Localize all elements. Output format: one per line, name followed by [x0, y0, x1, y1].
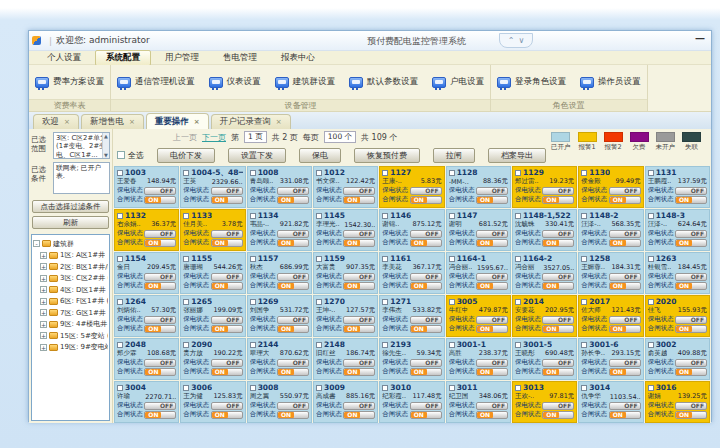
meter-card[interactable]: 1129 郑过雷.. 19.23元 保电状态 OFF 合闸状态 ON: [512, 166, 577, 208]
switch-toggle-on[interactable]: ON: [211, 239, 243, 247]
keep-power-toggle-off[interactable]: OFF: [211, 402, 243, 410]
meter-card[interactable]: 1270 王坤-.. 127.57元 保电状态 OFF 合闸状态 ON: [313, 295, 378, 337]
switch-toggle-on[interactable]: ON: [343, 282, 375, 290]
keep-power-toggle-off[interactable]: OFF: [675, 402, 707, 410]
switch-toggle-on[interactable]: ON: [542, 368, 574, 376]
meter-card[interactable]: 1161 李美花 367.17元 保电状态 OFF 合闸状态 ON: [379, 252, 444, 294]
keep-power-toggle-off[interactable]: OFF: [675, 273, 707, 281]
card-checkbox[interactable]: [250, 342, 256, 348]
keep-power-toggle-off[interactable]: OFF: [476, 187, 508, 195]
switch-toggle-on[interactable]: ON: [410, 196, 442, 204]
switch-toggle-on[interactable]: ON: [211, 368, 243, 376]
switch-toggle-on[interactable]: ON: [410, 282, 442, 290]
card-checkbox[interactable]: [449, 385, 455, 391]
keep-power-toggle-off[interactable]: OFF: [476, 273, 508, 281]
keep-power-toggle-off[interactable]: OFF: [476, 359, 508, 367]
switch-toggle-on[interactable]: ON: [343, 196, 375, 204]
ribbon-button[interactable]: 仪表设置: [209, 76, 261, 88]
menu-tab[interactable]: 个人设置: [37, 51, 91, 65]
card-checkbox[interactable]: [117, 385, 123, 391]
card-checkbox[interactable]: [515, 342, 521, 348]
meter-card[interactable]: 3016 谢娟 139.25元 保电状态 OFF 合闸状态 ON: [645, 381, 710, 423]
meter-card[interactable]: 1164-1 冯合丽.. 1595.67.. 保电状态 OFF 合闸状态 ON: [446, 252, 511, 294]
minimize-button[interactable]: —: [693, 34, 707, 46]
keep-power-toggle-off[interactable]: OFF: [542, 273, 574, 281]
switch-toggle-on[interactable]: ON: [410, 239, 442, 247]
per-page-input[interactable]: 100 个: [324, 131, 356, 143]
tree-node[interactable]: + 6区: F区1#井 (F区1#...: [33, 296, 108, 306]
meter-card[interactable]: 1157 秋杰 686.99元 保电状态 OFF 合闸状态 ON: [247, 252, 312, 294]
scrollbar[interactable]: ▲▼: [102, 133, 109, 158]
card-checkbox[interactable]: [648, 342, 654, 348]
meter-card[interactable]: 1155 唐珊瑚 544.26元 保电状态 OFF 合闸状态 ON: [180, 252, 245, 294]
selected-condition-box[interactable]: 联网表; 已开户表.: [53, 162, 110, 194]
keep-power-toggle-off[interactable]: OFF: [410, 230, 442, 238]
card-checkbox[interactable]: [581, 342, 587, 348]
keep-power-toggle-off[interactable]: OFF: [144, 187, 176, 195]
switch-toggle-on[interactable]: ON: [343, 411, 375, 419]
switch-toggle-on[interactable]: ON: [211, 282, 243, 290]
card-checkbox[interactable]: [382, 170, 388, 176]
switch-toggle-on[interactable]: ON: [675, 239, 707, 247]
keep-power-toggle-off[interactable]: OFF: [144, 316, 176, 324]
meter-card[interactable]: 1131 王鹏霞.. 137.59元 保电状态 OFF 合闸状态 ON: [645, 166, 710, 208]
card-checkbox[interactable]: [515, 299, 521, 305]
keep-power-toggle-off[interactable]: OFF: [144, 273, 176, 281]
switch-toggle-on[interactable]: ON: [609, 325, 641, 333]
meter-card[interactable]: 2148 旧红丝 186.74元 保电状态 OFF 合闸状态 ON: [313, 338, 378, 380]
keep-power-toggle-off[interactable]: OFF: [343, 273, 375, 281]
switch-toggle-on[interactable]: ON: [343, 325, 375, 333]
keep-power-toggle-off[interactable]: OFF: [277, 187, 309, 195]
meter-card[interactable]: 3008 周之翼 550.97元 保电状态 OFF 合闸状态 ON: [247, 381, 312, 423]
switch-toggle-on[interactable]: ON: [609, 196, 641, 204]
switch-toggle-on[interactable]: ON: [211, 411, 243, 419]
switch-toggle-on[interactable]: ON: [277, 411, 309, 419]
keep-power-toggle-off[interactable]: OFF: [675, 230, 707, 238]
switch-toggle-on[interactable]: ON: [476, 325, 508, 333]
content-tab[interactable]: 新增售电 ×: [81, 114, 144, 129]
keep-power-toggle-off[interactable]: OFF: [410, 359, 442, 367]
meter-card[interactable]: 3002 俞英越 409.88元 保电状态 OFF 合闸状态 ON: [645, 338, 710, 380]
switch-toggle-on[interactable]: ON: [476, 282, 508, 290]
card-checkbox[interactable]: [183, 213, 189, 219]
keep-power-toggle-off[interactable]: OFF: [476, 230, 508, 238]
card-checkbox[interactable]: [382, 256, 388, 262]
keep-power-toggle-off[interactable]: OFF: [277, 273, 309, 281]
meter-card[interactable]: 1003 王爱春 148.94元 保电状态 OFF 合闸状态 ON: [114, 166, 179, 208]
switch-toggle-on[interactable]: ON: [277, 325, 309, 333]
card-checkbox[interactable]: [117, 299, 123, 305]
keep-power-toggle-off[interactable]: OFF: [609, 187, 641, 195]
menu-tab[interactable]: 用户管理: [155, 51, 209, 65]
meter-card[interactable]: 1264 刘炳佑.. 57.30元 保电状态 OFF 合闸状态 ON: [114, 295, 179, 337]
keep-power-toggle-off[interactable]: OFF: [410, 402, 442, 410]
switch-toggle-on[interactable]: ON: [476, 196, 508, 204]
keep-power-toggle-off[interactable]: OFF: [277, 230, 309, 238]
tab-close-icon[interactable]: ×: [194, 118, 200, 126]
pin-icon[interactable]: ⌃: [508, 36, 515, 45]
tab-close-icon[interactable]: ×: [64, 118, 70, 126]
keep-power-toggle-off[interactable]: OFF: [542, 187, 574, 195]
switch-toggle-on[interactable]: ON: [609, 411, 641, 419]
ribbon-collapse-control[interactable]: ⌃ ∨: [499, 33, 533, 48]
page-number-input[interactable]: 1 页: [244, 131, 267, 143]
keep-power-toggle-off[interactable]: OFF: [542, 402, 574, 410]
keep-power-toggle-off[interactable]: OFF: [609, 402, 641, 410]
keep-power-toggle-off[interactable]: OFF: [476, 316, 508, 324]
card-checkbox[interactable]: [183, 342, 189, 348]
card-checkbox[interactable]: [449, 213, 455, 219]
keep-power-toggle-off[interactable]: OFF: [542, 230, 574, 238]
switch-toggle-on[interactable]: ON: [609, 239, 641, 247]
switch-toggle-on[interactable]: ON: [144, 282, 176, 290]
tree-root[interactable]: - 建筑群: [33, 239, 108, 249]
meter-card[interactable]: 1148-3 汪泽-.. 624.64元 保电状态 OFF 合闸状态 ON: [645, 209, 710, 251]
meter-card[interactable]: 1265 张丽娜 199.09元 保电状态 OFF 合闸状态 ON: [180, 295, 245, 337]
meter-card[interactable]: 3010 纪彩霞.. 117.48元 保电状态 OFF 合闸状态 ON: [379, 381, 444, 423]
meter-card[interactable]: 2144 翠理大 870.62元 保电状态 OFF 合闸状态 ON: [247, 338, 312, 380]
keep-power-toggle-off[interactable]: OFF: [609, 316, 641, 324]
menu-tab[interactable]: 报表中心: [271, 51, 325, 65]
expand-icon[interactable]: +: [40, 298, 47, 305]
card-checkbox[interactable]: [183, 256, 189, 262]
keep-power-toggle-off[interactable]: OFF: [410, 187, 442, 195]
switch-toggle-on[interactable]: ON: [277, 282, 309, 290]
card-checkbox[interactable]: [316, 213, 322, 219]
